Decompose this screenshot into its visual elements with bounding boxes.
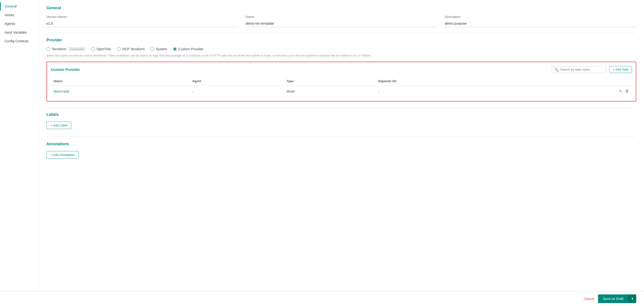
provider-system[interactable]: System <box>150 47 167 51</box>
custom-provider-box: Custom Provider 🔍 + Add Task Name Agent … <box>46 62 636 101</box>
provider-custom[interactable]: Custom Provider <box>173 47 204 51</box>
search-icon: 🔍 <box>554 68 558 71</box>
version-name-label: Version Name* <box>46 15 238 19</box>
name-input[interactable] <box>246 20 437 27</box>
sidebar-item-agents[interactable]: Agents <box>0 19 38 28</box>
name-field: Name <box>246 15 437 27</box>
custom-provider-header: Custom Provider 🔍 + Add Task <box>51 66 632 73</box>
search-box[interactable]: 🔍 <box>552 66 606 73</box>
cancel-button[interactable]: Cancel <box>584 297 594 301</box>
labels-section-title: Labels <box>46 112 636 117</box>
divider-2 <box>46 107 636 108</box>
sidebar-item-input-variables[interactable]: Input Variables <box>0 28 38 37</box>
col-depends-on: Depends On <box>375 77 531 86</box>
annotations-area: + Add Annotation <box>46 151 636 159</box>
provider-system-label: System <box>156 47 167 51</box>
provider-terraform-radio[interactable] <box>46 47 50 51</box>
table-header-row: Name Agent Type Depends On <box>51 77 632 86</box>
save-draft-group: Save as Draft ▼ <box>598 295 636 303</box>
col-agent: Agent <box>190 77 284 86</box>
col-actions <box>531 77 632 86</box>
sidebar-item-general[interactable]: General <box>0 2 38 11</box>
description-label: Description <box>445 15 636 19</box>
action-icons: ✎ 🗑 <box>534 89 629 93</box>
sidebar: General Hooks Agents Input Variables Con… <box>0 0 39 291</box>
task-name-cell: demo-task <box>51 86 190 97</box>
provider-row: Terraform Deprecated OpenTofu HCP Terraf… <box>46 47 636 51</box>
provider-hcp-terraform-label: HCP Terraform <box>122 47 145 51</box>
provider-section-title: Provider <box>46 38 636 42</box>
save-draft-button[interactable]: Save as Draft <box>598 295 628 303</box>
provider-hcp-terraform[interactable]: HCP Terraform <box>117 47 145 51</box>
add-task-button[interactable]: + Add Task <box>609 66 632 73</box>
save-draft-dropdown-button[interactable]: ▼ <box>628 295 636 303</box>
add-label-button[interactable]: + Add Label <box>46 122 71 129</box>
task-name-link[interactable]: demo-task <box>54 89 70 93</box>
sidebar-item-config-contexts[interactable]: Config Contexts <box>0 37 38 45</box>
footer: Cancel Save as Draft ▼ <box>0 291 644 306</box>
task-type-cell: driver <box>284 86 375 97</box>
task-depends-on-cell: - <box>375 86 531 97</box>
version-name-field: Version Name* <box>46 15 238 27</box>
provider-terraform[interactable]: Terraform Deprecated <box>46 47 86 51</box>
header-actions: 🔍 + Add Task <box>552 66 632 73</box>
provider-opentofu[interactable]: OpenTofu <box>91 47 111 51</box>
provider-system-radio[interactable] <box>150 47 154 51</box>
provider-hcp-terraform-radio[interactable] <box>117 47 121 51</box>
provider-custom-label: Custom Provider <box>178 47 204 51</box>
search-input[interactable] <box>560 68 604 71</box>
description-field: Description <box>445 15 636 27</box>
version-name-input[interactable] <box>46 20 238 27</box>
provider-terraform-label: Terraform <box>52 47 66 51</box>
divider-3 <box>46 137 636 137</box>
provider-custom-radio[interactable] <box>173 47 177 51</box>
annotations-section-title: Annotations <box>46 142 636 146</box>
provider-opentofu-label: OpenTofu <box>96 47 111 51</box>
provider-hint: Select this option to execute custom wor… <box>46 53 636 58</box>
task-actions-cell: ✎ 🗑 <box>531 86 632 97</box>
divider-1 <box>46 33 636 33</box>
edit-icon[interactable]: ✎ <box>619 89 622 93</box>
task-table: Name Agent Type Depends On demo-task - d… <box>51 77 632 97</box>
main-content: General Version Name* Name Description P… <box>39 0 644 291</box>
custom-provider-title: Custom Provider <box>51 67 80 71</box>
labels-area: + Add Label <box>46 122 636 129</box>
task-agent-cell: - <box>190 86 284 97</box>
col-type: Type <box>284 77 375 86</box>
col-name: Name <box>51 77 190 86</box>
form-row-top: Version Name* Name Description <box>46 15 636 27</box>
provider-opentofu-radio[interactable] <box>91 47 95 51</box>
deprecated-badge: Deprecated <box>69 47 86 51</box>
delete-icon[interactable]: 🗑 <box>625 89 629 93</box>
description-input[interactable] <box>445 20 636 27</box>
add-annotation-button[interactable]: + Add Annotation <box>46 151 79 159</box>
sidebar-item-hooks[interactable]: Hooks <box>0 11 38 19</box>
table-row: demo-task - driver - ✎ 🗑 <box>51 86 632 97</box>
name-label: Name <box>246 15 437 19</box>
general-section-title: General <box>46 6 636 10</box>
